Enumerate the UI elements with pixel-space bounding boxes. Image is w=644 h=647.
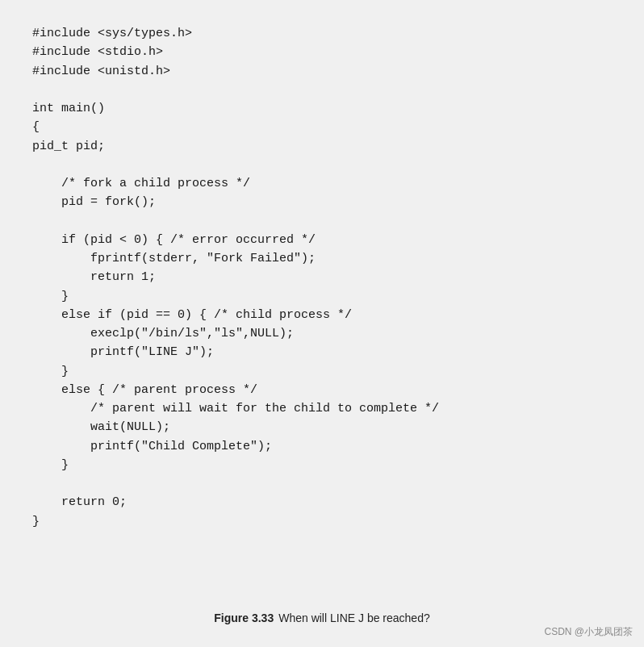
caption-text: When will LINE J be reached?	[278, 612, 430, 624]
caption-label: Figure 3.33	[214, 612, 274, 624]
watermark: CSDN @小龙凤团茶	[544, 625, 633, 639]
figure-caption: Figure 3.33 When will LINE J be reached?	[32, 597, 612, 631]
code-block: #include <sys/types.h> #include <stdio.h…	[32, 24, 612, 597]
page-container: #include <sys/types.h> #include <stdio.h…	[0, 0, 644, 647]
